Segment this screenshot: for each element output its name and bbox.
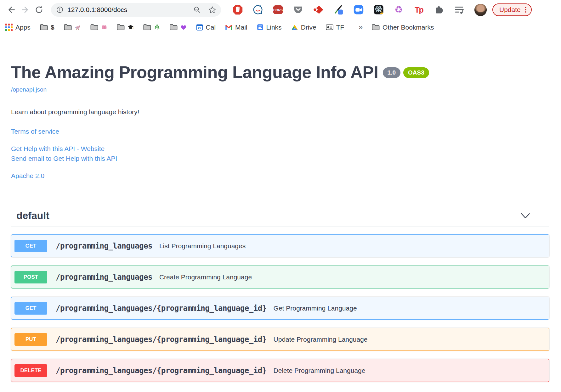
- apps-shortcut[interactable]: Apps: [5, 24, 31, 31]
- tag-name[interactable]: default: [16, 210, 49, 221]
- stop-hand-icon[interactable]: [232, 4, 243, 16]
- folder-icon: [143, 24, 151, 31]
- bookmark-links[interactable]: Links: [257, 24, 282, 31]
- folder-icon: [372, 24, 380, 31]
- forward-icon: [20, 5, 30, 14]
- method-badge[interactable]: GET: [14, 302, 47, 315]
- bookmark-tf[interactable]: TF: [326, 24, 344, 31]
- calendar-icon: 27: [196, 24, 203, 31]
- graduation-cap-icon: [128, 24, 134, 31]
- swagger-page: The Amazing Programming Language Info AP…: [0, 35, 561, 382]
- bookmarks-divider: [366, 23, 366, 31]
- api-header: The Amazing Programming Language Info AP…: [11, 62, 549, 82]
- reload-icon: [34, 5, 44, 14]
- back-button[interactable]: [4, 3, 18, 17]
- links-icon: [257, 24, 264, 31]
- api-badges: 1.0 OAS3: [383, 67, 429, 78]
- method-badge[interactable]: PUT: [14, 333, 47, 346]
- openapi-spec-link[interactable]: /openapi.json: [11, 86, 47, 93]
- tag-section-header[interactable]: default: [11, 210, 549, 221]
- tf-card-icon: [326, 24, 333, 30]
- puzzle-icon[interactable]: [433, 4, 445, 16]
- purple-heart-icon: [180, 24, 187, 31]
- api-description: Learn about programming language history…: [11, 108, 549, 116]
- drive-label: Drive: [301, 24, 316, 31]
- method-badge[interactable]: DELETE: [14, 364, 47, 377]
- endpoint-summary: List Programming Languages: [159, 242, 246, 250]
- recycle-icon[interactable]: ♻: [393, 4, 405, 16]
- method-badge[interactable]: POST: [14, 271, 47, 283]
- cors-icon[interactable]: CORS: [272, 4, 284, 16]
- info-icon[interactable]: [56, 6, 64, 14]
- endpoint-row-get-language[interactable]: GET /programming_languages/{programming_…: [11, 297, 549, 320]
- brain-icon: [101, 24, 107, 31]
- extensions-row: CORS: [232, 4, 465, 16]
- license-link[interactable]: Apache 2.0: [11, 172, 549, 180]
- tp-icon[interactable]: Tp: [413, 4, 425, 16]
- media-queue-icon[interactable]: [453, 4, 465, 16]
- address-bar[interactable]: 127.0.0.1:8000/docs: [51, 3, 221, 17]
- endpoint-row-delete-language[interactable]: DELETE /programming_languages/{programmi…: [11, 359, 549, 382]
- folder-icon: [64, 24, 72, 31]
- endpoint-summary: Create Programming Language: [159, 273, 252, 281]
- bookmark-folder-carousel-horse[interactable]: [64, 24, 81, 31]
- star-icon[interactable]: [208, 6, 217, 14]
- bookmark-folder-dollar[interactable]: $: [40, 24, 54, 31]
- endpoint-row-update-language[interactable]: PUT /programming_languages/{programming_…: [11, 328, 549, 351]
- calendar-day: 27: [198, 26, 201, 30]
- bookmark-folder-herb[interactable]: [143, 24, 160, 31]
- diamond-arrow-icon[interactable]: [312, 4, 324, 16]
- endpoint-path: /programming_languages/{programming_lang…: [56, 366, 267, 375]
- eyedropper-icon[interactable]: [332, 4, 344, 16]
- forward-button[interactable]: [18, 3, 32, 17]
- folder-icon: [40, 24, 48, 31]
- bookmark-folder-graduation[interactable]: [117, 24, 134, 31]
- bookmark-calendar[interactable]: 27 Cal: [196, 24, 216, 31]
- drive-icon: [291, 24, 298, 31]
- mail-label: Mail: [235, 24, 247, 31]
- reload-button[interactable]: [32, 3, 46, 17]
- tag-divider: [11, 226, 549, 226]
- update-button[interactable]: Update: [492, 3, 532, 16]
- endpoint-path: /programming_languages: [56, 273, 152, 282]
- bookmark-folder-purple-heart[interactable]: [170, 24, 187, 31]
- page-title: The Amazing Programming Language Info AP…: [11, 62, 378, 82]
- help-website-link[interactable]: Get Help with this API - Website: [11, 144, 549, 154]
- links-label: Links: [266, 24, 282, 31]
- bookmark-mail[interactable]: Mail: [225, 24, 247, 31]
- video-camera-icon[interactable]: [353, 4, 364, 16]
- chevron-down-icon[interactable]: [520, 213, 530, 219]
- carousel-horse-icon: [75, 24, 81, 31]
- endpoint-row-list-languages[interactable]: GET /programming_languages List Programm…: [11, 234, 549, 257]
- other-bookmarks[interactable]: Other Bookmarks: [372, 24, 434, 31]
- api-links: Terms of service Get Help with this API …: [11, 128, 549, 180]
- dollar-label: $: [51, 24, 54, 31]
- bookmark-folder-brain[interactable]: [90, 24, 107, 31]
- three-dot-menu-icon[interactable]: [525, 7, 526, 13]
- folder-icon: [117, 24, 125, 31]
- bookmarks-bar: Apps $: [0, 20, 561, 35]
- endpoint-summary: Update Programming Language: [274, 336, 368, 343]
- react-devtools-icon[interactable]: [373, 4, 384, 16]
- tp-label: Tp: [415, 5, 423, 14]
- pocket-icon[interactable]: [292, 4, 304, 16]
- url-text[interactable]: 127.0.0.1:8000/docs: [67, 6, 160, 14]
- profile-avatar[interactable]: [474, 4, 487, 16]
- cors-label: CORS: [273, 8, 282, 12]
- bookmark-drive[interactable]: Drive: [291, 24, 316, 31]
- back-icon: [7, 5, 16, 14]
- tf-label: TF: [336, 24, 344, 31]
- folder-icon: [90, 24, 98, 31]
- method-badge[interactable]: GET: [14, 240, 47, 252]
- herb-icon: [154, 24, 160, 31]
- bookmarks-overflow-chevron[interactable]: »: [359, 23, 363, 31]
- zoom-out-icon[interactable]: [193, 6, 201, 14]
- endpoint-row-create-language[interactable]: POST /programming_languages Create Progr…: [11, 266, 549, 288]
- version-badge: 1.0: [383, 67, 400, 78]
- oas3-badge: OAS3: [403, 67, 429, 78]
- chat-bubble-icon[interactable]: [252, 4, 264, 16]
- help-email-link[interactable]: Send email to Get Help with this API: [11, 154, 549, 163]
- terms-of-service-link[interactable]: Terms of service: [11, 128, 549, 135]
- endpoint-path: /programming_languages/{programming_lang…: [56, 335, 267, 344]
- update-label: Update: [499, 6, 521, 14]
